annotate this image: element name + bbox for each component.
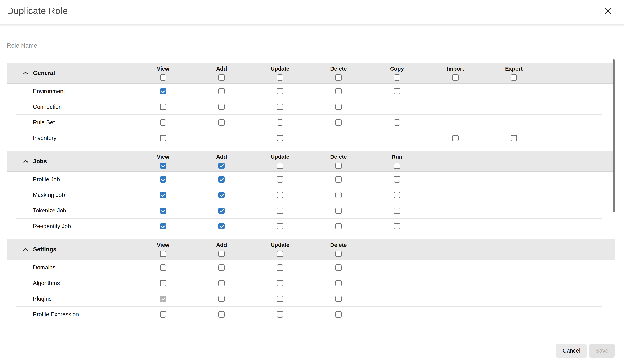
checkbox-settings-header-delete[interactable] [335,251,342,257]
checkbox-settings-domains-delete[interactable] [335,264,342,271]
permission-cell-delete [309,264,368,271]
scrollbar-thumb[interactable] [613,59,615,212]
checkbox-jobs-re-identify-job-add[interactable] [218,223,225,229]
permission-cell-view [134,104,192,110]
checkbox-jobs-masking-job-view[interactable] [160,192,166,198]
checkbox-general-header-update[interactable] [277,74,283,81]
checkbox-jobs-masking-job-run[interactable] [394,192,400,198]
permission-cell-add [192,280,251,286]
checkbox-jobs-header-run[interactable] [394,162,400,169]
section-title-settings: Settings [7,246,134,253]
permission-cell-view [134,223,192,229]
checkbox-settings-plugins-update[interactable] [277,296,283,302]
checkbox-settings-domains-add[interactable] [218,264,225,271]
checkbox-jobs-profile-job-add[interactable] [218,176,225,182]
checkbox-settings-algorithms-add[interactable] [218,280,225,286]
section-collapse-toggle-jobs[interactable] [23,159,28,163]
checkbox-general-rule-set-view[interactable] [160,119,166,126]
checkbox-general-inventory-import[interactable] [452,135,459,141]
checkbox-settings-header-add[interactable] [218,251,225,257]
checkbox-jobs-profile-job-run[interactable] [394,176,400,182]
checkbox-jobs-header-update[interactable] [277,162,283,169]
checkbox-general-inventory-update[interactable] [277,135,283,141]
checkbox-jobs-masking-job-update[interactable] [277,192,283,198]
checkbox-jobs-header-view[interactable] [160,162,166,169]
checkbox-general-rule-set-delete[interactable] [335,119,342,126]
checkbox-settings-domains-update[interactable] [277,264,283,271]
checkbox-general-environment-copy[interactable] [394,88,400,94]
checkbox-general-environment-delete[interactable] [335,88,342,94]
checkbox-settings-domains-view[interactable] [160,264,166,271]
role-name-input[interactable] [7,38,617,53]
checkbox-general-header-copy[interactable] [394,74,400,81]
table-row-plugins: Plugins [7,291,615,306]
column-header-add: Add [192,63,251,83]
permission-cell-update [251,223,309,229]
checkbox-jobs-re-identify-job-view[interactable] [160,223,166,229]
permission-cell-update [251,207,309,214]
checkbox-settings-header-update[interactable] [277,251,283,257]
checkbox-settings-algorithms-delete[interactable] [335,280,342,286]
checkbox-jobs-tokenize-job-add[interactable] [218,207,225,214]
checkbox-general-environment-view[interactable] [160,88,166,94]
checkbox-jobs-tokenize-job-delete[interactable] [335,207,342,214]
column-label: Add [216,154,227,160]
column-label: Import [447,66,464,72]
checkbox-jobs-re-identify-job-update[interactable] [277,223,283,229]
checkbox-general-rule-set-add[interactable] [218,119,225,126]
checkbox-general-environment-add[interactable] [218,88,225,94]
checkbox-settings-algorithms-view[interactable] [160,280,166,286]
checkbox-jobs-re-identify-job-run[interactable] [394,223,400,229]
save-button[interactable]: Save [589,344,615,358]
checkbox-general-inventory-view[interactable] [160,135,166,141]
checkbox-jobs-tokenize-job-run[interactable] [394,207,400,214]
checkbox-general-header-delete[interactable] [335,74,342,81]
column-header-update: Update [251,151,309,171]
column-label: View [157,66,169,72]
checkbox-settings-plugins-add[interactable] [218,296,225,302]
column-header-add: Add [192,151,251,171]
checkbox-settings-profile-expression-add[interactable] [218,311,225,318]
checkbox-settings-header-view[interactable] [160,251,166,257]
permission-cell-update [251,311,309,318]
checkbox-jobs-profile-job-delete[interactable] [335,176,342,182]
checkbox-general-environment-update[interactable] [277,88,283,94]
checkbox-jobs-re-identify-job-delete[interactable] [335,223,342,229]
checkbox-jobs-header-add[interactable] [218,162,225,169]
checkbox-settings-algorithms-update[interactable] [277,280,283,286]
checkbox-general-header-import[interactable] [452,74,459,81]
close-button[interactable] [603,6,613,16]
checkbox-general-header-export[interactable] [511,74,517,81]
table-row-algorithms: Algorithms [7,275,615,291]
checkbox-general-connection-delete[interactable] [335,104,342,110]
checkbox-jobs-profile-job-view[interactable] [160,176,166,182]
checkbox-jobs-profile-job-update[interactable] [277,176,283,182]
checkbox-settings-profile-expression-delete[interactable] [335,311,342,318]
permission-cell-add [192,88,251,94]
checkbox-jobs-header-delete[interactable] [335,162,342,169]
checkbox-jobs-masking-job-add[interactable] [218,192,225,198]
page-title: Duplicate Role [0,0,624,16]
checkbox-general-rule-set-update[interactable] [277,119,283,126]
checkbox-general-inventory-export[interactable] [511,135,517,141]
checkbox-jobs-masking-job-delete[interactable] [335,192,342,198]
checkbox-general-connection-add[interactable] [218,104,225,110]
checkbox-general-connection-update[interactable] [277,104,283,110]
checkbox-general-connection-view[interactable] [160,104,166,110]
checkbox-general-header-add[interactable] [218,74,225,81]
permission-cell-update [251,296,309,302]
section-collapse-toggle-general[interactable] [23,71,28,75]
table-row-domains: Domains [7,260,615,275]
cancel-button[interactable]: Cancel [556,344,587,358]
checkbox-settings-profile-expression-view[interactable] [160,311,166,318]
section-collapse-toggle-settings[interactable] [23,248,28,251]
chevron-up-icon [23,248,28,251]
checkbox-jobs-tokenize-job-update[interactable] [277,207,283,214]
checkbox-settings-profile-expression-update[interactable] [277,311,283,318]
table-row-profile-expression: Profile Expression [7,307,615,322]
column-label: Export [505,66,522,72]
checkbox-general-rule-set-copy[interactable] [394,119,400,126]
checkbox-general-header-view[interactable] [160,74,166,81]
checkbox-settings-plugins-delete[interactable] [335,296,342,302]
checkbox-jobs-tokenize-job-view[interactable] [160,207,166,214]
